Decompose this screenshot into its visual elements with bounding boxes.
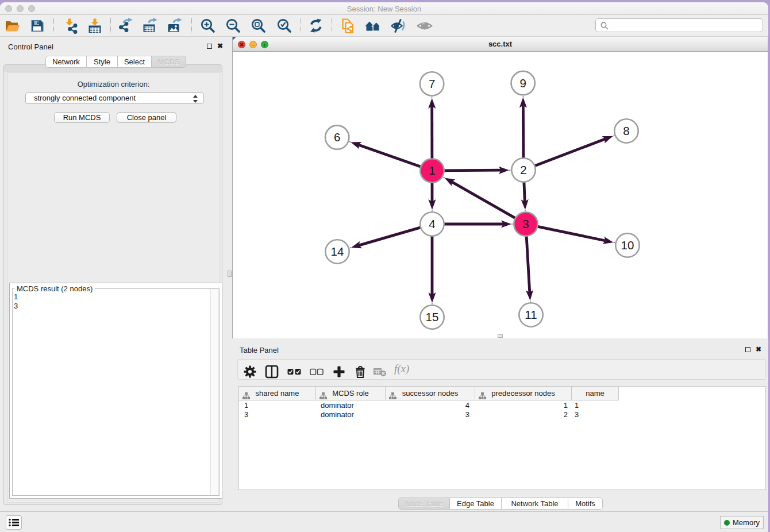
svg-text:15: 15 — [426, 310, 439, 323]
svg-text:14: 14 — [331, 245, 344, 258]
svg-text:4: 4 — [429, 217, 435, 230]
svg-text:7: 7 — [429, 77, 435, 90]
svg-text:10: 10 — [621, 238, 634, 252]
svg-text:11: 11 — [525, 308, 537, 321]
svg-text:9: 9 — [519, 76, 526, 90]
svg-text:8: 8 — [623, 124, 629, 137]
svg-text:6: 6 — [334, 130, 340, 144]
svg-text:3: 3 — [522, 217, 529, 230]
svg-text:1: 1 — [429, 164, 435, 177]
svg-text:2: 2 — [520, 163, 526, 176]
